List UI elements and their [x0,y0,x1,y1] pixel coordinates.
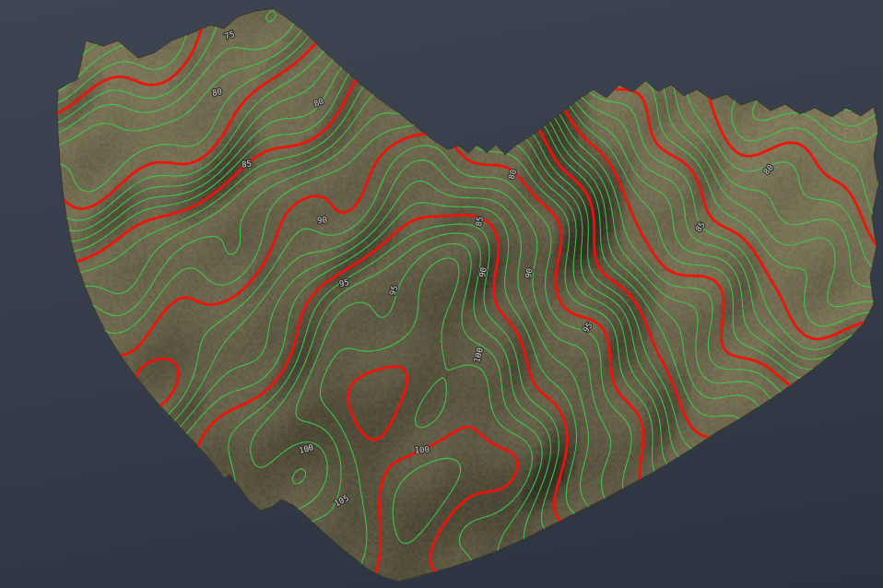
major-contour-line [0,50,883,542]
minor-contour-line [0,0,883,207]
minor-contour-line [0,33,883,527]
contour-label: 90 [317,215,328,225]
minor-contour-line [287,258,532,588]
contour-label: 80 [761,163,775,177]
contour-overlay: 7580808590859595908090951001001051008580 [0,0,883,588]
contour-label: 100 [472,347,485,363]
contour-label: 80 [211,87,222,98]
contour-label: 100 [298,442,314,455]
major-contour-line [0,0,883,252]
contour-label: 80 [507,169,518,181]
minor-contour-line [0,160,684,588]
major-contour-line [0,0,883,339]
minor-contour-line [0,0,883,443]
minor-contour-line [0,203,609,588]
contour-label: 95 [388,284,400,296]
contour-label: 85 [241,159,253,169]
contour-label: 95 [581,321,594,335]
minor-contour-line [0,0,883,326]
minor-contour-line [0,0,883,230]
minor-contours [0,0,883,588]
minor-contour-line [0,181,666,588]
minor-contour-line [393,458,460,543]
minor-contour-line [0,0,883,307]
contour-label: 95 [338,277,350,288]
major-contour-line [348,367,518,588]
terrain-viewport[interactable]: 7580808590859595908090951001001051008580 [0,0,883,588]
contour-label: 100 [414,444,430,454]
minor-contour-line [0,0,883,359]
minor-contour-line [0,0,883,274]
contour-label: 85 [474,216,485,228]
minor-contour-line [801,31,883,126]
contour-label: 85 [693,220,707,234]
contour-label: 90 [524,267,535,278]
contour-label: 75 [223,29,235,41]
contour-labels: 7580808590859595908090951001001051008580 [211,29,775,509]
contour-label: 105 [333,493,350,508]
minor-contour-line [251,233,571,588]
minor-contour-line [0,66,883,554]
contour-label: 90 [477,266,489,277]
minor-contour-line [830,48,883,112]
minor-contour-line [0,0,883,370]
terrain-silhouette [57,8,878,582]
